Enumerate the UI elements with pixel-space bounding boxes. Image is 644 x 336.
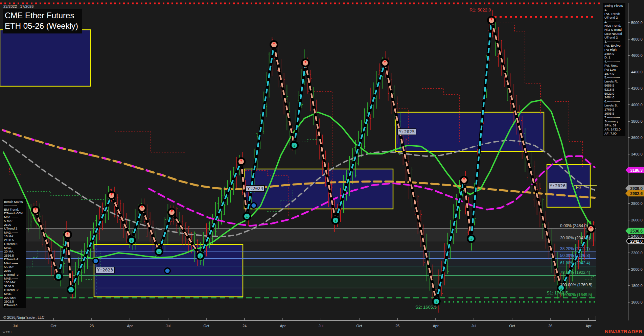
x-axis-label[interactable]: Apr — [280, 324, 285, 328]
swing-pivots-panel: Swing Pivots1.------------Pvt. Trend:UTr… — [603, 3, 625, 136]
y-axis-label[interactable]: 1800.0 — [631, 284, 643, 288]
y-axis-label[interactable]: 3400.0 — [631, 152, 643, 156]
fib-level-label: 78.60% (1922.4) — [560, 270, 590, 275]
y-axis-label[interactable]: 2000.0 — [631, 267, 643, 271]
year-range-box[interactable] — [244, 169, 393, 209]
x-axis-label[interactable]: 23 — [90, 324, 94, 328]
chart-title: CME Ether Futures ETH 05-26 (Weekly) — [3, 9, 82, 33]
price-badge: 3186.3 — [625, 167, 644, 173]
x-axis-label[interactable]: 25 — [395, 324, 399, 328]
x-axis-label[interactable]: Oct — [509, 324, 515, 328]
bench-marks-line: 55 MA: — [4, 265, 24, 269]
bench-marks-line: 2939 — [4, 269, 24, 272]
x-axis-label[interactable]: Apr — [127, 324, 133, 328]
y-axis-label[interactable]: 4200.0 — [631, 86, 643, 90]
x-axis-label[interactable]: Oct — [356, 324, 362, 328]
x-axis-label[interactable]: Apr — [585, 324, 591, 328]
fib-level-label: 61.80% (2042.4) — [560, 261, 590, 265]
fib-band — [0, 229, 596, 241]
bench-marks-line: ------------ — [4, 203, 24, 207]
x-axis-label[interactable]: Jul — [319, 324, 323, 328]
x-axis-label[interactable]: 26 — [548, 324, 552, 328]
year-box-label[interactable]: Y:2026 — [548, 183, 567, 189]
swing-pivots-line: 1874.0 — [604, 72, 624, 76]
swing-pivots-line: AR: 1432.0 — [604, 127, 624, 131]
fib-level-label: 20.00% (2341.1) — [560, 236, 590, 240]
bench-marks-line: MA2.------ — [4, 231, 24, 234]
bench-marks-line: DTrend -2 — [4, 288, 24, 292]
swing-pivots-line: Pvt High — [604, 48, 624, 52]
x-axis-label[interactable]: Oct — [203, 324, 209, 328]
price-badge: 2342.0 — [625, 238, 644, 244]
stop-step-line-red — [115, 131, 185, 152]
swing-pivots-line: Pvt. Evolve: — [604, 44, 624, 48]
swing-pivots-line: Pvt. Next: — [604, 64, 624, 68]
fib-level-label: 38.20% (2211.1) — [560, 246, 590, 251]
f0-label: F0 — [576, 185, 581, 190]
swing-pivots-line: 7.------------ — [604, 115, 624, 119]
bm-blue-dot — [165, 269, 170, 273]
y-axis-label[interactable]: 3800.0 — [631, 119, 643, 123]
bench-marks-line: 3186.5 — [4, 284, 24, 288]
bench-marks-line: BM Trend: — [4, 208, 24, 211]
fib-level-label: 100.00% (1769.5) — [560, 283, 592, 287]
price-badge: 2902.6 — [625, 190, 644, 197]
bench-marks-line: DTrend 0 — [4, 303, 24, 307]
bench-marks-line: 100 MA: — [4, 280, 24, 284]
y-axis-label[interactable]: 5000.0 — [631, 21, 643, 25]
bench-marks-panel: Bench Marks------------BM Trend:DTrend -… — [3, 199, 26, 308]
swing-pivots-line: 3.------------ — [604, 40, 624, 44]
fib-level-label: 0.00% (2484.0) — [560, 223, 588, 228]
swing-pivots-line: Lo:0 Neutral — [604, 32, 624, 36]
stop-step-line-green — [294, 139, 319, 142]
y-axis-label[interactable]: 4400.0 — [631, 70, 643, 74]
swing-pivots-line: D: 1 — [604, 55, 624, 59]
fib-band — [0, 259, 596, 266]
x-axis-label[interactable]: Oct — [50, 324, 56, 328]
bench-marks-line: UTrend 0 — [4, 242, 24, 246]
y-axis-label[interactable]: 2200.0 — [631, 251, 643, 255]
bench-marks-line: 200 MA: — [4, 296, 24, 299]
bench-marks-line: DTrend -2 — [4, 273, 24, 277]
price-chart-canvas[interactable] — [0, 0, 644, 336]
bench-marks-line: 20 MA: — [4, 249, 24, 253]
y-axis-label[interactable]: 2800.0 — [631, 201, 643, 206]
year-box-label[interactable]: Y:2025 — [397, 128, 416, 135]
price-badge-value: 3186.3 — [625, 167, 644, 173]
bench-marks-line: Bench Marks — [4, 200, 24, 203]
y-axis-label[interactable]: 2600.0 — [631, 218, 643, 222]
bench-marks-line: MA5.------ — [4, 277, 24, 280]
swing-pivots-line: 5.------------ — [604, 75, 624, 79]
ninjatrader-chart-window: 23/2022 - 17/2026 CME Ether Futures ETH … — [0, 0, 644, 336]
year-box-label[interactable]: Y:2023 — [95, 267, 115, 273]
price-badge-value: 2902.6 — [625, 190, 644, 197]
y-axis-label[interactable]: 4800.0 — [631, 37, 643, 41]
y-axis-label[interactable]: 4000.0 — [631, 103, 643, 107]
x-axis-label[interactable]: Jul — [13, 324, 18, 328]
swing-pivots-line: 2484.0 — [604, 95, 624, 99]
zigzag-up-leg — [294, 63, 305, 145]
y-axis-label[interactable]: 3600.0 — [631, 136, 643, 140]
x-axis-label[interactable]: Jul — [166, 324, 170, 328]
bench-marks-line: 2536.5 — [4, 254, 24, 257]
x-axis-label[interactable]: Apr — [433, 324, 438, 328]
y-axis-label[interactable]: 2400.0 — [631, 234, 643, 238]
date-range: 23/2022 - 17/2026 — [3, 4, 33, 8]
y-axis-label[interactable]: 1600.0 — [631, 300, 643, 304]
swing-pivots-line: 1.------------ — [604, 8, 624, 12]
x-axis-label[interactable]: 24 — [243, 324, 247, 328]
bench-marks-line: DTrend -50% — [4, 211, 24, 215]
swing-pivots-line: 2.------------ — [604, 20, 624, 24]
year-box-label[interactable]: Y:2024 — [246, 185, 265, 192]
series-watermark: W ETH — [3, 331, 12, 334]
bench-marks-line: MA6.------ — [4, 292, 24, 295]
price-badge-value: 2536.6 — [625, 228, 644, 234]
price-badge-value: 2342.0 — [625, 238, 644, 244]
bench-marks-line: 10 MA: — [4, 234, 24, 238]
fib-band — [0, 266, 596, 275]
s2-support-label: S2: 1605.5 — [415, 305, 437, 310]
y-axis-label[interactable]: 4600.0 — [631, 53, 643, 57]
bench-marks-line: MA1.------ — [4, 215, 24, 219]
year-range-box[interactable] — [0, 30, 91, 86]
x-axis-label[interactable]: Jul — [472, 324, 476, 328]
